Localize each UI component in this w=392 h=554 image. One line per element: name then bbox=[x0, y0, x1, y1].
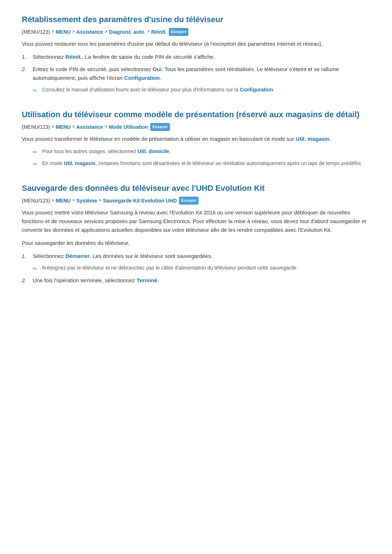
section3-note: ✏ N'éteignez pas le téléviseur et ne déb… bbox=[33, 264, 370, 273]
breadcrumb-menu: MENU bbox=[56, 28, 70, 36]
chevron-icon: > bbox=[52, 28, 54, 36]
util-magasin-note-link: Util. magasin bbox=[64, 160, 95, 166]
configuration-link: Configuration bbox=[124, 75, 160, 81]
step-number: 2. bbox=[22, 65, 30, 74]
section3-steps: 1. Sélectionnez Démarrer. Les données su… bbox=[22, 252, 370, 260]
breadcrumb-assistance: Assistance bbox=[76, 123, 103, 131]
step-item: 2. Entrez le code PIN de sécurité, puis … bbox=[22, 65, 370, 82]
breadcrumb-prefix: (MENU/123) bbox=[22, 28, 50, 36]
breadcrumb-prefix: (MENU/123) bbox=[22, 123, 50, 131]
breadcrumb-menu: MENU bbox=[56, 197, 70, 205]
section1-breadcrumb: (MENU/123) > MENU > Assistance > Diagnos… bbox=[22, 28, 370, 36]
chevron-icon: > bbox=[52, 197, 54, 204]
step-text: Sélectionnez Démarrer. Les données sur l… bbox=[33, 252, 212, 260]
step-number: 1. bbox=[22, 53, 30, 61]
section3-title: Sauvegarde des données du téléviseur ave… bbox=[22, 183, 370, 194]
section-reinit: Rétablissement des paramètres d'usine du… bbox=[22, 15, 370, 95]
section1-intro: Vous pouvez restaurer tous les paramètre… bbox=[22, 40, 370, 48]
breadcrumb-menu: MENU bbox=[56, 123, 70, 131]
note-text: En mode Util. magasin, certaines fonctio… bbox=[42, 160, 362, 167]
essayer-badge[interactable]: Essayer bbox=[179, 197, 199, 205]
section1-note: ✏ Consultez le manuel d'utilisation four… bbox=[33, 86, 370, 95]
oui-link: Oui bbox=[152, 66, 162, 72]
demarrer-link: Démarrer bbox=[65, 253, 90, 259]
pencil-icon: ✏ bbox=[33, 264, 39, 273]
breadcrumb-prefix: (MENU/123) bbox=[22, 197, 50, 205]
breadcrumb-assistance: Assistance bbox=[76, 28, 103, 36]
pencil-icon: ✏ bbox=[33, 148, 39, 157]
essayer-badge[interactable]: Essayer bbox=[150, 123, 170, 131]
section2-breadcrumb: (MENU/123) > MENU > Assistance > Mode Ut… bbox=[22, 123, 370, 131]
breadcrumb-sauvegarde: Sauvegarde Kit Evolution UHD bbox=[103, 197, 177, 205]
chevron-icon: > bbox=[52, 123, 54, 131]
step-item: 1. Sélectionnez Démarrer. Les données su… bbox=[22, 252, 370, 260]
breadcrumb-reinit: Réinit. bbox=[151, 28, 167, 36]
chevron-icon: > bbox=[72, 123, 75, 131]
chevron-icon: > bbox=[147, 28, 150, 36]
section3-intro: Vous pouvez mettre votre téléviseur Sams… bbox=[22, 208, 370, 234]
step-number: 2. bbox=[22, 276, 30, 285]
essayer-badge[interactable]: Essayer bbox=[169, 28, 188, 36]
breadcrumb-diagnost: Diagnost. auto. bbox=[109, 28, 146, 36]
step-text: Entrez le code PIN de sécurité, puis sél… bbox=[33, 65, 370, 82]
util-magasin-link: Util. magasin bbox=[296, 136, 330, 142]
section1-title: Rétablissement des paramètres d'usine du… bbox=[22, 15, 370, 25]
step-text: Une fois l'opération terminée, sélection… bbox=[33, 276, 159, 285]
section2-intro: Vous pouvez transformer le téléviseur en… bbox=[22, 135, 370, 143]
section2-title: Utilisation du téléviseur comme modèle d… bbox=[22, 110, 370, 120]
note-text: Consultez le manuel d'utilisation fourni… bbox=[42, 86, 274, 94]
step-number: 1. bbox=[22, 252, 30, 260]
section2-note1: ✏ Pour tous les autres usages, sélection… bbox=[33, 148, 370, 157]
pencil-icon: ✏ bbox=[33, 86, 39, 95]
breadcrumb-mode-utilisation: Mode Utilisation bbox=[109, 123, 148, 131]
section2-note2: ✏ En mode Util. magasin, certaines fonct… bbox=[33, 160, 370, 169]
step-text: Sélectionnez Réinit.. La fenêtre de sais… bbox=[33, 53, 215, 61]
section3-steps-cont: 2. Une fois l'opération terminée, sélect… bbox=[22, 276, 370, 285]
section-presentation: Utilisation du téléviseur comme modèle d… bbox=[22, 110, 370, 169]
section1-steps: 1. Sélectionnez Réinit.. La fenêtre de s… bbox=[22, 53, 370, 82]
chevron-icon: > bbox=[72, 28, 75, 36]
breadcrumb-systeme: Système bbox=[76, 197, 97, 205]
section3-sub-intro: Pour sauvegarder les données du télévise… bbox=[22, 239, 370, 247]
step-item: 1. Sélectionnez Réinit.. La fenêtre de s… bbox=[22, 53, 370, 61]
termine-link: Terminé bbox=[136, 277, 157, 283]
note-text: N'éteignez pas le téléviseur et ne débra… bbox=[42, 264, 298, 272]
pencil-icon: ✏ bbox=[33, 160, 39, 169]
chevron-icon: > bbox=[105, 28, 107, 36]
step-item: 2. Une fois l'opération terminée, sélect… bbox=[22, 276, 370, 285]
section3-breadcrumb: (MENU/123) > MENU > Système > Sauvegarde… bbox=[22, 197, 370, 205]
chevron-icon: > bbox=[99, 197, 102, 204]
util-domicile-link: Util. domicile bbox=[138, 148, 169, 154]
chevron-icon: > bbox=[105, 123, 107, 131]
note-text: Pour tous les autres usages, sélectionne… bbox=[42, 148, 171, 155]
section-sauvegarde: Sauvegarde des données du téléviseur ave… bbox=[22, 183, 370, 285]
chevron-icon: > bbox=[72, 197, 75, 204]
configuration-note-link: Configuration bbox=[240, 87, 273, 93]
reinit-link: Réinit.. bbox=[65, 54, 83, 60]
